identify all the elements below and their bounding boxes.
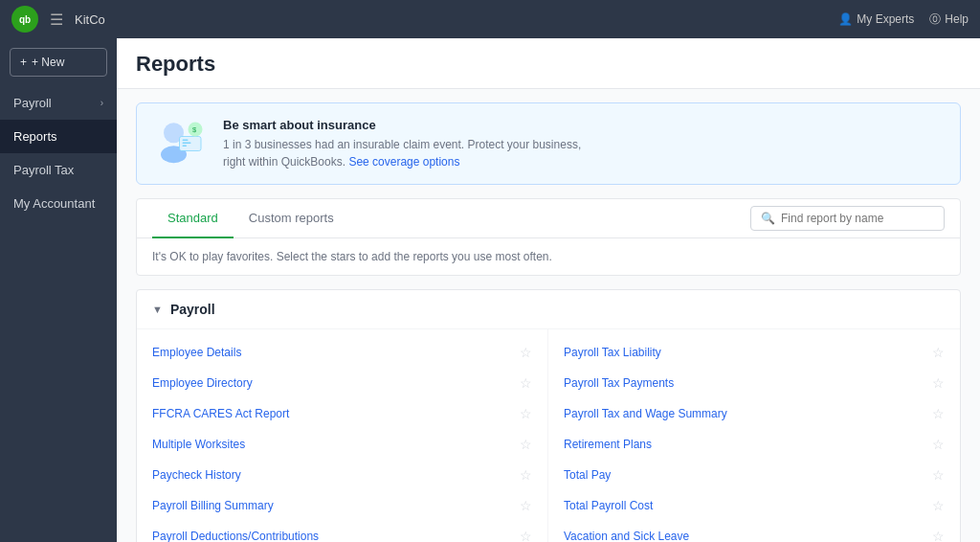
report-item[interactable]: Payroll Tax and Wage Summary☆ [548, 398, 960, 429]
banner-body: 1 in 3 businesses had an insurable claim… [223, 136, 581, 170]
sidebar-item-payroll-tax[interactable]: Payroll Tax [0, 153, 117, 187]
banner-illustration: $ [152, 115, 210, 172]
star-icon[interactable]: ☆ [520, 498, 532, 513]
report-name: Vacation and Sick Leave [564, 530, 689, 542]
chevron-right-icon: › [100, 98, 103, 108]
my-experts-button[interactable]: 👤 My Experts [838, 12, 914, 26]
report-name: Payroll Tax Liability [564, 346, 661, 359]
tab-custom-reports[interactable]: Custom reports [234, 199, 349, 238]
svg-rect-4 [183, 143, 191, 145]
sidebar-reports-label: Reports [13, 129, 57, 144]
quickbooks-logo: qb [11, 6, 38, 33]
star-icon[interactable]: ☆ [520, 345, 532, 360]
report-name: Total Payroll Cost [564, 499, 653, 512]
main-header: Reports [117, 38, 980, 89]
banner-title: Be smart about insurance [223, 118, 581, 132]
help-icon: ⓪ [929, 11, 941, 28]
sidebar: + + New Payroll › Reports Payroll Tax My… [0, 38, 117, 542]
report-item[interactable]: Vacation and Sick Leave☆ [548, 521, 960, 542]
topbar-right: 👤 My Experts ⓪ Help [838, 11, 969, 28]
sidebar-item-reports[interactable]: Reports [0, 120, 117, 153]
reports-grid: Employee Details☆Employee Directory☆FFCR… [137, 329, 960, 542]
tabs-message: It's OK to play favorites. Select the st… [137, 238, 960, 275]
star-icon[interactable]: ☆ [932, 467, 945, 483]
report-name: Multiple Worksites [152, 438, 245, 451]
topbar: qb ☰ KitCo 👤 My Experts ⓪ Help [0, 0, 980, 38]
report-item[interactable]: Multiple Worksites☆ [137, 429, 547, 460]
right-report-column: Payroll Tax Liability☆Payroll Tax Paymen… [548, 329, 960, 542]
star-icon[interactable]: ☆ [520, 437, 532, 452]
report-name: Payroll Billing Summary [152, 499, 274, 512]
report-item[interactable]: Payroll Billing Summary☆ [137, 490, 547, 521]
report-name: Employee Directory [152, 376, 253, 390]
report-item[interactable]: Payroll Tax Liability☆ [548, 337, 960, 368]
sidebar-payroll-tax-label: Payroll Tax [13, 163, 74, 177]
sidebar-payroll-label: Payroll [13, 96, 52, 110]
report-name: Payroll Tax and Wage Summary [564, 407, 727, 420]
person-icon: 👤 [838, 12, 853, 26]
layout: + + New Payroll › Reports Payroll Tax My… [0, 38, 980, 542]
star-icon[interactable]: ☆ [520, 406, 532, 421]
star-icon[interactable]: ☆ [932, 345, 945, 360]
report-name: Employee Details [152, 346, 241, 359]
left-report-column: Employee Details☆Employee Directory☆FFCR… [137, 329, 548, 542]
report-item[interactable]: Total Payroll Cost☆ [548, 490, 960, 521]
tabs-header: Standard Custom reports 🔍 [137, 199, 960, 238]
payroll-section-header: ▼ Payroll [137, 290, 960, 329]
svg-rect-5 [183, 146, 188, 147]
new-button[interactable]: + + New [10, 48, 107, 77]
sidebar-item-my-accountant[interactable]: My Accountant [0, 187, 117, 220]
page-title: Reports [136, 52, 961, 77]
star-icon[interactable]: ☆ [932, 529, 945, 542]
sidebar-item-payroll[interactable]: Payroll › [0, 86, 117, 120]
tabs-area: Standard Custom reports 🔍 It's OK to pla… [136, 198, 961, 276]
payroll-section: ▼ Payroll Employee Details☆Employee Dire… [136, 289, 961, 542]
banner-text: Be smart about insurance 1 in 3 business… [223, 118, 581, 170]
report-search-box[interactable]: 🔍 [750, 206, 945, 231]
help-button[interactable]: ⓪ Help [929, 11, 969, 28]
report-name: Paycheck History [152, 468, 241, 482]
report-name: Retirement Plans [564, 438, 652, 451]
report-name: Payroll Tax Payments [564, 376, 674, 390]
report-item[interactable]: Employee Details☆ [137, 337, 547, 368]
report-item[interactable]: Paycheck History☆ [137, 460, 547, 490]
star-icon[interactable]: ☆ [932, 406, 945, 421]
chevron-down-icon[interactable]: ▼ [152, 304, 163, 315]
star-icon[interactable]: ☆ [932, 375, 945, 391]
report-item[interactable]: Total Pay☆ [548, 460, 960, 490]
sidebar-my-accountant-label: My Accountant [13, 196, 95, 211]
star-icon[interactable]: ☆ [520, 375, 532, 391]
report-name: FFCRA CARES Act Report [152, 407, 289, 420]
search-input[interactable] [781, 212, 934, 225]
report-item[interactable]: Payroll Deductions/Contributions☆ [137, 521, 547, 542]
star-icon[interactable]: ☆ [932, 437, 945, 452]
qb-logo-icon: qb [11, 6, 38, 33]
report-item[interactable]: FFCRA CARES Act Report☆ [137, 398, 547, 429]
main-content: Reports $ Be smart about insurance 1 in … [117, 38, 980, 542]
tabs: Standard Custom reports [152, 199, 349, 237]
search-icon: 🔍 [761, 212, 775, 225]
report-item[interactable]: Employee Directory☆ [137, 368, 547, 398]
tab-standard[interactable]: Standard [152, 199, 234, 238]
payroll-section-title: Payroll [170, 302, 215, 317]
topbar-left: qb ☰ KitCo [11, 6, 105, 33]
report-item[interactable]: Retirement Plans☆ [548, 429, 960, 460]
coverage-options-link[interactable]: See coverage options [348, 155, 459, 169]
hamburger-icon[interactable]: ☰ [50, 11, 63, 29]
plus-icon: + [20, 56, 27, 69]
svg-rect-3 [183, 140, 189, 142]
star-icon[interactable]: ☆ [520, 467, 532, 483]
company-name: KitCo [75, 12, 105, 27]
report-name: Total Pay [564, 468, 611, 482]
report-name: Payroll Deductions/Contributions [152, 530, 319, 542]
star-icon[interactable]: ☆ [520, 529, 532, 542]
insurance-banner: $ Be smart about insurance 1 in 3 busine… [136, 102, 961, 185]
star-icon[interactable]: ☆ [932, 498, 945, 513]
report-item[interactable]: Payroll Tax Payments☆ [548, 368, 960, 398]
